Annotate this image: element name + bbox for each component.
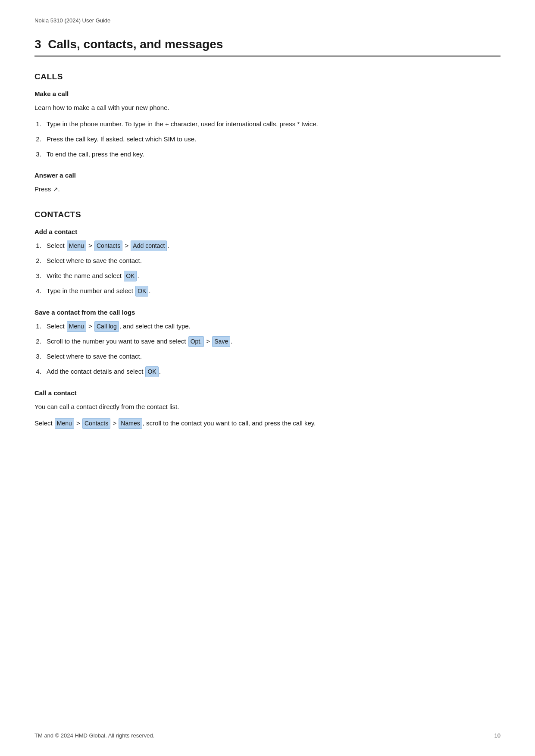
names-badge: Names (119, 418, 142, 428)
subsection-title-save-contact: Save a contact from the call logs (34, 309, 501, 316)
add-contact-steps: Select Menu > Contacts > Add contact. Se… (43, 241, 501, 297)
list-item: Type in the phone number. To type in the… (43, 119, 501, 130)
opt-badge: Opt. (188, 336, 204, 347)
doc-header: Nokia 5310 (2024) User Guide (34, 17, 501, 24)
list-item: Select where to save the contact. (43, 256, 501, 266)
ok-badge-1: OK (124, 271, 137, 281)
page-footer: TM and © 2024 HMD Global. All rights res… (34, 732, 501, 739)
section-calls: CALLS Make a call Learn how to make a ca… (34, 72, 501, 194)
contacts-badge-2: Contacts (82, 418, 110, 428)
page-container: Nokia 5310 (2024) User Guide 3 Calls, co… (0, 0, 535, 470)
ok-badge-2: OK (135, 286, 148, 297)
subsection-title-make-a-call: Make a call (34, 90, 501, 97)
list-item: Press the call key. If asked, select whi… (43, 134, 501, 145)
footer-copyright: TM and © 2024 HMD Global. All rights res… (34, 732, 154, 739)
chapter-number: 3 (34, 37, 41, 51)
subsection-answer-a-call: Answer a call Press ↗. (34, 172, 501, 194)
subsection-save-contact-call-logs: Save a contact from the call logs Select… (34, 309, 501, 377)
make-a-call-intro: Learn how to make a call with your new p… (34, 103, 501, 113)
list-item: Select Menu > Call log, and select the c… (43, 321, 501, 332)
menu-badge-3: Menu (55, 418, 74, 428)
call-contact-body: Select Menu > Contacts > Names, scroll t… (34, 418, 501, 428)
list-item: Type in the number and select OK. (43, 286, 501, 297)
list-item: Scroll to the number you want to save an… (43, 336, 501, 347)
save-contact-steps: Select Menu > Call log, and select the c… (43, 321, 501, 377)
contacts-badge: Contacts (94, 241, 122, 251)
make-a-call-steps: Type in the phone number. To type in the… (43, 119, 501, 159)
section-title-contacts: CONTACTS (34, 210, 501, 219)
section-contacts: CONTACTS Add a contact Select Menu > Con… (34, 210, 501, 428)
subsection-title-add-contact: Add a contact (34, 228, 501, 235)
phone-icon: ↗ (53, 184, 58, 194)
subsection-make-a-call: Make a call Learn how to make a call wit… (34, 90, 501, 159)
section-title-calls: CALLS (34, 72, 501, 81)
call-log-badge: Call log (94, 321, 119, 332)
save-badge: Save (212, 336, 230, 347)
ok-badge-3: OK (145, 366, 158, 377)
list-item: Add the contact details and select OK. (43, 366, 501, 377)
chapter-title: 3 Calls, contacts, and messages (34, 37, 501, 56)
list-item: Select where to save the contact. (43, 351, 501, 362)
list-item: Select Menu > Contacts > Add contact. (43, 241, 501, 251)
subsection-call-contact: Call a contact You can call a contact di… (34, 389, 501, 428)
chapter-title-text: Calls, contacts, and messages (48, 37, 223, 51)
subsection-title-call-contact: Call a contact (34, 389, 501, 397)
answer-a-call-body: Press ↗. (34, 184, 501, 194)
list-item: To end the call, press the end key. (43, 149, 501, 160)
subsection-add-contact: Add a contact Select Menu > Contacts > A… (34, 228, 501, 297)
subsection-title-answer-a-call: Answer a call (34, 172, 501, 179)
call-contact-intro: You can call a contact directly from the… (34, 402, 501, 412)
add-contact-badge: Add contact (131, 241, 167, 251)
list-item: Write the name and select OK. (43, 271, 501, 281)
page-number: 10 (494, 732, 501, 739)
menu-badge: Menu (67, 241, 86, 251)
menu-badge-2: Menu (67, 321, 86, 332)
